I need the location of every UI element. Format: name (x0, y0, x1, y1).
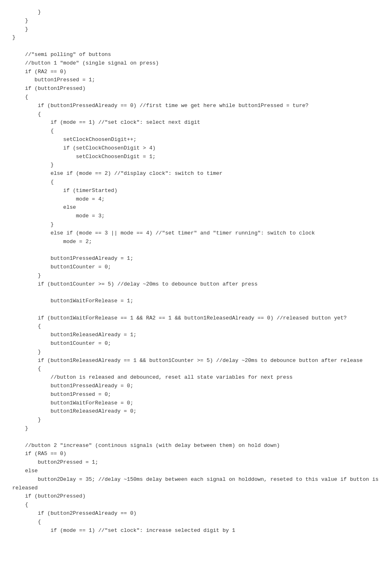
code-container: } } } } //"semi polling" of buttons //bu… (0, 0, 392, 585)
code-block: } } } } //"semi polling" of buttons //bu… (12, 8, 380, 535)
